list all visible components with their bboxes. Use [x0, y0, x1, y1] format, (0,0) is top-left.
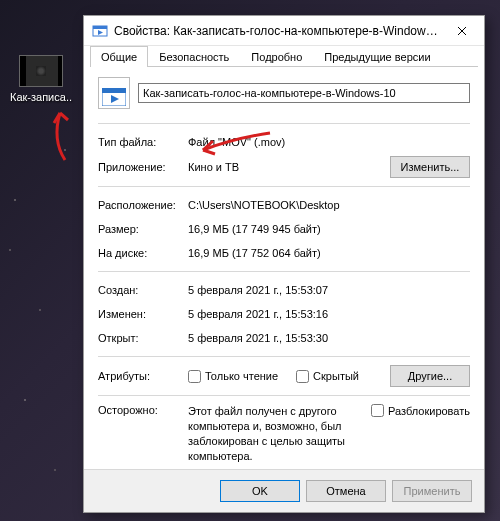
tab-details[interactable]: Подробно	[240, 46, 313, 67]
desktop-file-label: Как-записа..	[6, 91, 76, 103]
separator	[98, 271, 470, 272]
accessed-label: Открыт:	[98, 332, 188, 344]
app-label: Приложение:	[98, 161, 188, 173]
size-label: Размер:	[98, 223, 188, 235]
tab-strip: Общие Безопасность Подробно Предыдущие в…	[84, 46, 484, 67]
unblock-checkbox[interactable]: Разблокировать	[371, 404, 470, 417]
warning-text: Этот файл получен с другого компьютера и…	[188, 404, 371, 463]
separator	[98, 186, 470, 187]
separator	[98, 395, 470, 396]
tab-security[interactable]: Безопасность	[148, 46, 240, 67]
created-label: Создан:	[98, 284, 188, 296]
tab-previous-versions[interactable]: Предыдущие версии	[313, 46, 441, 67]
video-file-icon	[92, 23, 108, 39]
close-icon	[457, 26, 467, 36]
unblock-check-label: Разблокировать	[388, 405, 470, 417]
modified-value: 5 февраля 2021 г., 15:53:16	[188, 308, 470, 320]
change-app-button[interactable]: Изменить...	[390, 156, 470, 178]
close-button[interactable]	[440, 16, 484, 46]
cancel-button[interactable]: Отмена	[306, 480, 386, 502]
unblock-check-input[interactable]	[371, 404, 384, 417]
video-thumbnail-icon	[19, 55, 63, 87]
warning-label: Осторожно:	[98, 404, 188, 416]
svg-rect-4	[102, 88, 126, 93]
separator	[98, 356, 470, 357]
dialog-title: Свойства: Как-записать-голос-на-компьюте…	[114, 24, 440, 38]
type-label: Тип файла:	[98, 136, 188, 148]
general-panel: Тип файла: Файл "MOV" (.mov) Приложение:…	[84, 67, 484, 469]
apply-button[interactable]: Применить	[392, 480, 472, 502]
desktop-file-icon[interactable]: Как-записа..	[6, 55, 76, 103]
hidden-check-input[interactable]	[296, 370, 309, 383]
type-value: Файл "MOV" (.mov)	[188, 136, 470, 148]
titlebar: Свойства: Как-записать-голос-на-компьюте…	[84, 16, 484, 46]
modified-label: Изменен:	[98, 308, 188, 320]
hidden-check-label: Скрытый	[313, 370, 359, 382]
readonly-checkbox[interactable]: Только чтение	[188, 370, 278, 383]
attributes-label: Атрибуты:	[98, 370, 188, 382]
large-file-icon	[98, 77, 130, 109]
ondisk-label: На диске:	[98, 247, 188, 259]
annotation-arrow-icon	[30, 105, 80, 165]
location-value: C:\Users\NOTEBOOK\Desktop	[188, 199, 470, 211]
app-value: Кино и ТВ	[188, 161, 390, 173]
properties-dialog: Свойства: Как-записать-голос-на-компьюте…	[83, 15, 485, 513]
dialog-footer: OK Отмена Применить	[84, 469, 484, 512]
svg-rect-1	[93, 26, 107, 29]
tab-general[interactable]: Общие	[90, 46, 148, 67]
hidden-checkbox[interactable]: Скрытый	[296, 370, 359, 383]
location-label: Расположение:	[98, 199, 188, 211]
created-value: 5 февраля 2021 г., 15:53:07	[188, 284, 470, 296]
readonly-check-input[interactable]	[188, 370, 201, 383]
separator	[98, 123, 470, 124]
filename-input[interactable]	[138, 83, 470, 103]
other-attributes-button[interactable]: Другие...	[390, 365, 470, 387]
readonly-check-label: Только чтение	[205, 370, 278, 382]
accessed-value: 5 февраля 2021 г., 15:53:30	[188, 332, 470, 344]
size-value: 16,9 МБ (17 749 945 байт)	[188, 223, 470, 235]
ok-button[interactable]: OK	[220, 480, 300, 502]
ondisk-value: 16,9 МБ (17 752 064 байт)	[188, 247, 470, 259]
